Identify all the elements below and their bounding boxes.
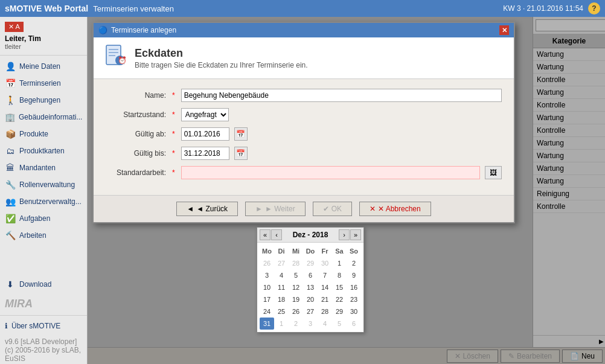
- sidebar-item-begehungen[interactable]: 🚶 Begehungen: [0, 92, 87, 109]
- cal-row-4: 17 18 19 20 21 22 23: [260, 293, 361, 305]
- sidebar-item-mandanten[interactable]: 🏛 Mandanten: [0, 159, 87, 176]
- next-button[interactable]: ► ► Weiter: [245, 202, 306, 216]
- sidebar-item-label: Meine Daten: [19, 62, 60, 71]
- cal-header-mi: Mi: [289, 245, 303, 257]
- cal-day[interactable]: 21: [318, 293, 332, 305]
- cal-day[interactable]: 20: [303, 293, 318, 305]
- cal-day[interactable]: 1: [274, 318, 289, 330]
- cal-day[interactable]: 16: [347, 281, 361, 293]
- cal-day[interactable]: 22: [332, 293, 347, 305]
- cal-day[interactable]: 15: [332, 281, 347, 293]
- info-icon: ℹ: [5, 322, 8, 330]
- cal-day[interactable]: 26: [289, 305, 303, 318]
- gueltig-bis-input[interactable]: [181, 147, 229, 160]
- form-row-name: Name: *: [106, 89, 502, 102]
- cal-day[interactable]: 28: [289, 257, 303, 269]
- gueltig-ab-input[interactable]: [181, 127, 229, 141]
- sidebar-item-rollenverwaltung[interactable]: 🔧 Rollenverwaltung: [0, 176, 87, 193]
- cal-day[interactable]: 1: [332, 257, 347, 269]
- cal-day[interactable]: 29: [303, 257, 318, 269]
- sidebar-item-gebaeude[interactable]: 🏢 Gebäudeinformati...: [0, 109, 87, 126]
- ok-button[interactable]: ✔ OK: [313, 202, 352, 216]
- cal-day[interactable]: 4: [274, 269, 289, 281]
- cal-day[interactable]: 30: [318, 257, 332, 269]
- cal-row-3: 10 11 12 13 14 15 16: [260, 281, 361, 293]
- cal-day[interactable]: 25: [274, 305, 289, 318]
- cal-day[interactable]: 24: [260, 305, 274, 318]
- cal-prev-year-button[interactable]: «: [260, 229, 270, 240]
- calendar-header: « ‹ Dez - 2018 › »: [257, 228, 363, 243]
- sidebar-about[interactable]: ℹ Über sMOTIVE: [5, 319, 82, 333]
- cal-next-year-button[interactable]: »: [350, 229, 361, 240]
- cal-day[interactable]: 5: [289, 269, 303, 281]
- cal-day[interactable]: 2: [347, 257, 361, 269]
- sidebar-item-meine-daten[interactable]: 👤 Meine Daten: [0, 58, 87, 75]
- sidebar-action-button[interactable]: ✕ A: [5, 22, 24, 32]
- cal-day[interactable]: 12: [289, 281, 303, 293]
- sidebar-item-arbeiten[interactable]: 🔨 Arbeiten: [0, 227, 87, 244]
- sidebar-item-label: Benutzerverwaltg...: [19, 197, 82, 206]
- gueltig-bis-calendar-button[interactable]: 📅: [234, 147, 248, 160]
- sidebar-item-terminserien[interactable]: 📅 Terminserien: [0, 75, 87, 92]
- abort-button[interactable]: ✕ ✕ Abbrechen: [359, 202, 431, 216]
- sidebar-user-sub: tleiter: [5, 43, 82, 50]
- sidebar-item-label: Begehungen: [19, 96, 60, 104]
- cards-icon: 🗂: [5, 145, 16, 156]
- main-layout: ✕ A Leiter, Tim tleiter 👤 Meine Daten 📅 …: [0, 17, 605, 364]
- cal-day[interactable]: 2: [289, 318, 303, 330]
- cal-day[interactable]: 19: [289, 293, 303, 305]
- cal-day[interactable]: 13: [303, 281, 318, 293]
- institution-icon: 🏛: [5, 162, 16, 173]
- ok-icon: ✔: [323, 205, 329, 213]
- sidebar-item-label: Terminserien: [19, 79, 61, 88]
- sidebar-item-benutzerverwaltung[interactable]: 👥 Benutzerverwaltg...: [0, 193, 87, 210]
- cal-day[interactable]: 29: [332, 305, 347, 318]
- cal-day[interactable]: 26: [260, 257, 274, 269]
- modal-header-text: Eckdaten Bitte tragen Sie die Eckdaten z…: [135, 47, 308, 69]
- cal-day[interactable]: 9: [347, 269, 361, 281]
- cal-day[interactable]: 11: [274, 281, 289, 293]
- name-input[interactable]: [181, 89, 502, 102]
- help-icon[interactable]: ?: [588, 2, 600, 14]
- gueltig-ab-required: *: [172, 130, 175, 138]
- cal-day[interactable]: 17: [260, 293, 274, 305]
- back-icon: ◄: [187, 205, 194, 213]
- sidebar-item-produkte[interactable]: 📦 Produkte: [0, 126, 87, 142]
- back-button[interactable]: ◄ ◄ Zurück: [176, 202, 238, 216]
- cal-day[interactable]: 3: [260, 269, 274, 281]
- sidebar-item-produktkarten[interactable]: 🗂 Produktkarten: [0, 142, 87, 159]
- form-label-startzustand: Startzustand:: [106, 110, 166, 119]
- cal-day[interactable]: 14: [318, 281, 332, 293]
- startzustand-select[interactable]: Angefragt: [181, 108, 229, 121]
- cal-day[interactable]: 3: [303, 318, 318, 330]
- sidebar-item-aufgaben[interactable]: ✅ Aufgaben: [0, 210, 87, 227]
- standardarbeit-browse-button[interactable]: 🖼: [485, 166, 502, 179]
- gueltig-ab-calendar-button[interactable]: 📅: [234, 127, 248, 141]
- cal-day[interactable]: 18: [274, 293, 289, 305]
- cal-day[interactable]: 27: [274, 257, 289, 269]
- version-text: v9.6 [sLAB Developer] (c) 2005-2016 by s…: [0, 336, 87, 364]
- sidebar-item-label: Produkte: [19, 130, 48, 138]
- cal-day[interactable]: 5: [332, 318, 347, 330]
- top-bar-left: sMOTIVE Web Portal Terminserien verwalte…: [5, 4, 174, 13]
- users-icon: 👥: [5, 196, 16, 207]
- cal-day[interactable]: 27: [303, 305, 318, 318]
- modal-header: ⏰ Eckdaten Bitte tragen Sie die Eckdaten…: [94, 37, 514, 79]
- cal-day[interactable]: 10: [260, 281, 274, 293]
- cal-day[interactable]: 30: [347, 305, 361, 318]
- sidebar-item-label: Rollenverwaltung: [19, 180, 75, 189]
- cal-day[interactable]: 4: [318, 318, 332, 330]
- cal-day[interactable]: 6: [347, 318, 361, 330]
- modal-close-button[interactable]: ✕: [499, 25, 509, 35]
- cal-day[interactable]: 7: [318, 269, 332, 281]
- standardarbeit-input[interactable]: [181, 166, 480, 179]
- cal-day-selected[interactable]: 31: [260, 318, 274, 330]
- cal-day[interactable]: 28: [318, 305, 332, 318]
- sidebar-item-download[interactable]: ⬇ Download: [0, 276, 87, 293]
- cal-day[interactable]: 8: [332, 269, 347, 281]
- cal-next-month-button[interactable]: ›: [339, 229, 350, 240]
- cal-day[interactable]: 6: [303, 269, 318, 281]
- cal-nav-next-group: › »: [339, 229, 361, 240]
- cal-prev-month-button[interactable]: ‹: [271, 229, 282, 240]
- cal-day[interactable]: 23: [347, 293, 361, 305]
